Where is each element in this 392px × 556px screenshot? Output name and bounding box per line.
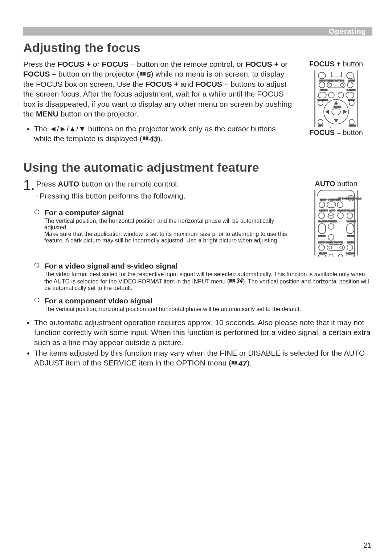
o-item-computer-body: The vertical position, the horizontal po… bbox=[44, 218, 293, 244]
svg-point-53 bbox=[328, 234, 334, 240]
svg-rect-59 bbox=[327, 245, 344, 250]
page-number: 21 bbox=[364, 541, 372, 549]
o-item-component: ❍ For a component video signal The verti… bbox=[34, 297, 372, 312]
svg-text:MY SOURCE/
DOC.CAMERA: MY SOURCE/ DOC.CAMERA bbox=[338, 197, 362, 200]
svg-point-60 bbox=[329, 246, 332, 249]
svg-rect-0 bbox=[314, 70, 315, 127]
svg-point-11 bbox=[347, 82, 353, 88]
svg-point-2 bbox=[318, 72, 326, 79]
svg-rect-29 bbox=[314, 190, 315, 255]
svg-rect-36 bbox=[327, 202, 336, 208]
section-title: Operating bbox=[329, 27, 366, 36]
svg-text:MY BUTTON: MY BUTTON bbox=[331, 79, 344, 82]
svg-text:MUTE: MUTE bbox=[347, 241, 354, 244]
svg-text:RESET: RESET bbox=[349, 124, 356, 127]
svg-rect-1 bbox=[357, 70, 358, 127]
manual-reference-icon bbox=[142, 136, 149, 141]
svg-text:KEYSTONE: KEYSTONE bbox=[318, 241, 330, 244]
o-item-video: ❍ For a video signal and s-video signal … bbox=[34, 262, 372, 291]
svg-point-42 bbox=[319, 213, 324, 218]
hollow-circle-icon: ❍ bbox=[34, 208, 44, 244]
svg-point-61 bbox=[340, 246, 343, 249]
svg-point-15 bbox=[328, 92, 334, 98]
svg-point-23 bbox=[318, 101, 323, 106]
svg-rect-68 bbox=[346, 255, 353, 257]
svg-text:VIDEO: VIDEO bbox=[320, 199, 327, 201]
auto-step1-line2: Pressing this button performs the follow… bbox=[40, 192, 185, 200]
manual-reference-icon bbox=[229, 278, 236, 283]
svg-point-45 bbox=[347, 213, 353, 218]
svg-point-9 bbox=[329, 83, 332, 86]
svg-point-37 bbox=[337, 202, 343, 208]
svg-rect-54 bbox=[347, 235, 354, 237]
remote-mid-illustration: VIDEO COMPUTER MY SOURCE/ DOC.CAMERA ASP… bbox=[311, 189, 362, 257]
svg-text:KEYSTONE: KEYSTONE bbox=[319, 79, 331, 82]
svg-point-10 bbox=[340, 83, 343, 86]
svg-point-7 bbox=[319, 82, 325, 88]
caption-focus-plus: FOCUS + button bbox=[309, 60, 363, 68]
svg-text:ENTER: ENTER bbox=[334, 106, 341, 108]
svg-rect-49 bbox=[318, 224, 326, 234]
content: Adjusting the focus Press the FOCUS + or… bbox=[23, 38, 372, 369]
svg-point-3 bbox=[347, 72, 354, 79]
svg-text:AUTO: AUTO bbox=[329, 209, 335, 212]
svg-text:D-ZOOM: D-ZOOM bbox=[346, 252, 355, 254]
hollow-circle-icon: ❍ bbox=[34, 262, 44, 291]
svg-rect-17 bbox=[346, 92, 354, 98]
manual-reference-icon bbox=[231, 360, 238, 365]
svg-rect-8 bbox=[327, 82, 345, 88]
remote-top-illustration: KEYSTONE MY BUTTON MUTE FOCUS D-ZOOM POS… bbox=[311, 70, 362, 128]
svg-point-27 bbox=[318, 119, 323, 124]
svg-text:MY BUTTON: MY BUTTON bbox=[330, 241, 343, 244]
focus-bullet: The ◄/►/▲/▼ buttons on the projector wor… bbox=[34, 124, 293, 144]
svg-point-35 bbox=[319, 202, 325, 208]
caption-focus-minus: FOCUS – button bbox=[309, 128, 363, 137]
svg-point-44 bbox=[338, 213, 343, 218]
auto-note-1: The automatic adjustment operation requi… bbox=[34, 318, 372, 347]
heading-adjusting-focus: Adjusting the focus bbox=[23, 41, 372, 55]
svg-text:MAGNIFY: MAGNIFY bbox=[318, 220, 328, 222]
svg-point-66 bbox=[329, 254, 333, 257]
svg-text:ESC: ESC bbox=[318, 124, 323, 127]
svg-point-16 bbox=[338, 92, 344, 98]
svg-point-21 bbox=[332, 109, 340, 115]
svg-text:VOLUME: VOLUME bbox=[347, 220, 356, 222]
svg-text:FREEZE: FREEZE bbox=[328, 220, 337, 222]
manual-reference-icon bbox=[139, 71, 146, 77]
section-header: Operating bbox=[23, 27, 372, 36]
heading-auto-adjust: Using the automatic adjustment feature bbox=[23, 160, 372, 175]
o-item-video-body: The video format best suited for the res… bbox=[44, 271, 372, 291]
svg-point-24 bbox=[349, 101, 354, 106]
svg-point-28 bbox=[349, 119, 354, 124]
svg-point-58 bbox=[319, 245, 324, 250]
svg-text:FOCUS: FOCUS bbox=[319, 252, 327, 254]
auto-step1-line1: Press AUTO button on the remote control. bbox=[36, 179, 185, 189]
svg-text:D-ZOOM: D-ZOOM bbox=[347, 89, 355, 91]
svg-text:SEARCH: SEARCH bbox=[337, 209, 346, 212]
svg-text:MUTE: MUTE bbox=[348, 79, 355, 82]
step-number: 1. bbox=[23, 179, 35, 191]
svg-text:ASPECT: ASPECT bbox=[319, 209, 328, 212]
auto-note-2: The items adjusted by this function may … bbox=[34, 348, 372, 368]
o-item-computer: ❍ For a computer signal The vertical pos… bbox=[34, 208, 293, 244]
svg-rect-65 bbox=[318, 255, 326, 257]
svg-point-50 bbox=[328, 224, 334, 229]
hollow-circle-icon: ❍ bbox=[34, 297, 44, 312]
caption-auto: AUTO button bbox=[315, 180, 357, 188]
svg-rect-52 bbox=[318, 235, 326, 237]
svg-rect-30 bbox=[357, 190, 358, 255]
o-item-component-body: The vertical position, horizontal positi… bbox=[44, 306, 301, 312]
page: Operating Adjusting the focus Press the … bbox=[0, 0, 392, 556]
sub-bullet-icon: ▪ bbox=[36, 194, 38, 198]
svg-rect-14 bbox=[318, 92, 326, 98]
focus-body: Press the FOCUS + or FOCUS – button on t… bbox=[23, 59, 293, 119]
svg-point-67 bbox=[338, 254, 343, 257]
svg-rect-51 bbox=[347, 224, 354, 234]
svg-text:FOCUS: FOCUS bbox=[320, 89, 327, 91]
svg-point-62 bbox=[347, 245, 353, 250]
svg-text:BLANK: BLANK bbox=[347, 209, 355, 212]
